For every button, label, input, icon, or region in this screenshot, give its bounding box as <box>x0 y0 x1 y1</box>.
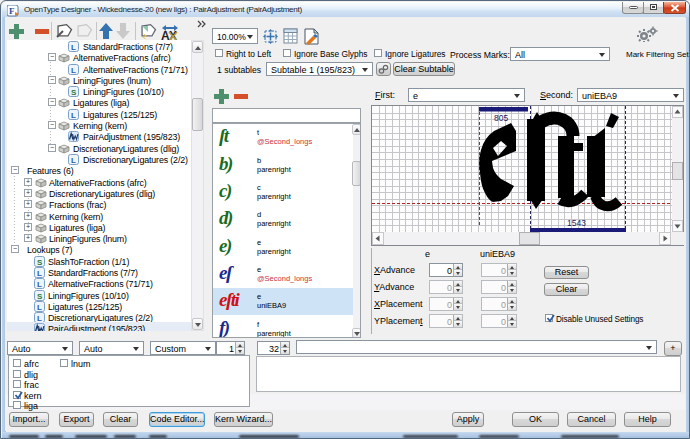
svg-text:L: L <box>71 111 76 120</box>
svg-text:F: F <box>9 6 15 16</box>
svg-text:L: L <box>37 280 42 289</box>
svg-text:805: 805 <box>494 113 508 123</box>
svg-text:S: S <box>37 258 43 267</box>
svg-text:L: L <box>71 66 76 75</box>
svg-text:L: L <box>71 43 76 52</box>
svg-text:S: S <box>37 292 43 301</box>
svg-text:L: L <box>37 303 42 312</box>
svg-text:L: L <box>71 156 76 165</box>
svg-text:S: S <box>71 88 77 97</box>
svg-text:1543: 1543 <box>567 218 586 228</box>
svg-text:L: L <box>37 269 42 278</box>
